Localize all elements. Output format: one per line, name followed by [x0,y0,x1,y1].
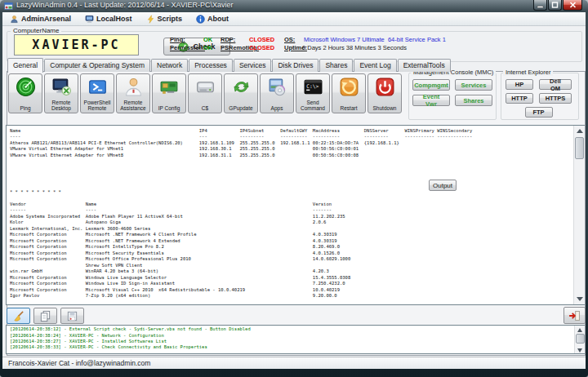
ip-config-button[interactable]: IP Config [152,73,186,113]
mmc-services-button[interactable]: Services [455,79,492,91]
status-bar: Francois-Xavier Cat - info@lazywinadmin.… [2,357,586,369]
close-button[interactable] [563,0,582,11]
exit-icon [568,309,581,322]
shutdown-button[interactable]: Shutdown [368,73,402,113]
action-button-label: Remote Desktop [45,98,78,111]
title-bar[interactable]: LazyWinAdmin 0.4 - Last Update: 2012/06/… [0,0,588,12]
window-title: LazyWinAdmin 0.4 - Last Update: 2012/06/… [16,1,233,9]
admin-user-icon [10,15,19,24]
tab-disk-drives[interactable]: Disk Drives [272,59,318,72]
tab-services[interactable]: Services [234,59,272,72]
scrollbar-thumb[interactable] [576,334,585,344]
os-value: Microsoft Windows 7 Ultimate 64-bit Serv… [304,36,446,43]
tab-processes[interactable]: Processes [189,59,233,72]
output-scrollbar[interactable] [573,126,585,304]
copy-log-button[interactable] [33,308,57,324]
output-button[interactable]: Output [429,180,457,191]
send-command-button[interactable]: C:\>Send Command [296,73,330,113]
action-button-label: Send Command [296,98,329,111]
action-button-label: GPupdate [225,98,257,111]
tab-computer-operating-system[interactable]: Computer & Operating System [44,59,150,72]
ie-ftp-button[interactable]: FTP [525,107,553,118]
arrow-down-icon [577,297,583,301]
clear-log-button[interactable] [7,308,30,324]
scrollbar-thumb[interactable] [575,137,584,159]
os-label: OS: [284,36,295,43]
restart-icon [339,76,359,98]
shutdown-icon [375,76,395,98]
scroll-up-button[interactable] [574,126,585,136]
ping-button[interactable]: Ping [8,73,42,113]
mmc-compmgmt-button[interactable]: Compmgmt [412,79,450,91]
menu-item-label: LocalHost [96,15,132,23]
lightning-icon [146,15,155,24]
restart-button[interactable]: Restart [332,73,366,113]
software-box-icon [267,76,287,98]
refresh-green-icon [231,76,252,98]
action-button-label: IP Config [153,98,185,111]
computer-name-input[interactable]: XAVIER-PC [14,34,139,55]
arrow-down-icon [577,348,582,353]
exit-button[interactable] [564,307,586,324]
menu-item-scripts[interactable]: Scripts [146,15,183,24]
action-button-label: Restart [332,98,365,111]
arrow-up-icon [577,328,582,332]
maximize-button[interactable] [548,0,562,11]
copy-icon [39,310,51,322]
scroll-up-button[interactable] [575,326,585,333]
ping-value: OK [203,36,212,43]
ping-label: Ping: [170,36,185,43]
action-button-label: Apps [261,98,293,111]
app-window: LazyWinAdmin 0.4 - Last Update: 2012/06/… [0,0,588,377]
apps-button[interactable]: Apps [260,73,294,113]
remote-assistance-button[interactable]: Remote Assistance [116,73,150,113]
action-button-label: Ping [9,98,42,111]
ie-dell-om-button[interactable]: Dell OM [539,79,572,90]
tab-network[interactable]: Network [151,59,188,72]
remote-assistance-icon [123,76,144,98]
ie-hp-button[interactable]: HP [506,79,533,90]
mmc-buttons: CompmgmtServicesEvent VwrShares [412,79,492,106]
log-text: [20120614-20:38:12] - External Script ch… [10,326,577,350]
scroll-down-button[interactable] [574,294,585,304]
tab-general[interactable]: General [7,58,43,73]
svg-text:C:\>: C:\> [306,83,318,89]
ie-buttons: HPDell OMHTTPHTTPSFTP [506,79,572,118]
computer-icon [85,15,94,24]
ie-group-label: Internet Explorer [503,69,553,76]
uptime-value: 0 Days 2 Hours 38 Minutes 3 Seconds [302,44,407,51]
save-log-button[interactable] [60,308,84,324]
tab-externaltools[interactable]: ExternalTools [398,59,451,72]
ie-http-button[interactable]: HTTP [506,93,533,104]
minimize-button[interactable] [533,0,547,11]
menu-item-label: Scripts [158,15,183,23]
menu-item-about[interactable]: About [196,15,229,24]
rdp-label: RDP: [220,36,235,43]
log-scrollbar[interactable] [574,326,585,353]
psremoting-value: CLOSED [249,44,274,51]
mmc-shares-button[interactable]: Shares [455,95,492,106]
menu-item-adminarsenal[interactable]: AdminArsenal [10,15,71,24]
remote-desktop-button[interactable]: Remote Desktop [44,73,78,113]
harddrive-icon [195,76,216,98]
ie-https-button[interactable]: HTTPS [539,93,572,104]
computer-name-group-label: ComputerName [11,27,61,34]
app-icon [4,2,13,11]
network-adapter-icon [159,76,180,98]
tab-strip: GeneralComputer & Operating SystemNetwor… [7,58,452,72]
gpupdate-button[interactable]: GPupdate [224,73,258,113]
broom-icon [12,310,24,322]
permission-value: OK [203,44,212,51]
powershell-remote-button[interactable]: PowerShell Remote [80,73,114,113]
permission-label: Permission: [170,44,205,51]
menu-item-localhost[interactable]: LocalHost [85,15,132,24]
action-button-label: PowerShell Remote [81,98,114,111]
menu-bar: AdminArsenalLocalHostScriptsAbout [2,12,586,26]
scroll-down-button[interactable] [575,346,585,353]
ping-radar-icon [16,76,36,98]
mmc-event-vwr-button[interactable]: Event Vwr [412,95,450,106]
tab-event-log[interactable]: Event Log [354,59,396,72]
c$-button[interactable]: C$ [188,73,222,113]
info-icon [196,15,205,24]
tab-shares[interactable]: Shares [319,59,353,72]
